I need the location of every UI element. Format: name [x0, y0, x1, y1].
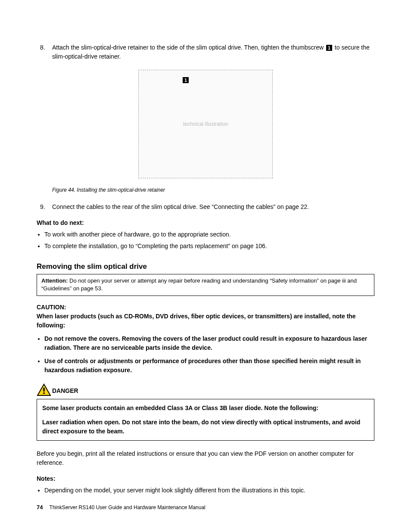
step-text: Connect the cables to the rear of the sl…: [52, 203, 309, 210]
notes-list: Depending on the model, your server migh…: [37, 486, 374, 495]
svg-rect-1: [43, 388, 44, 392]
danger-label: DANGER: [52, 386, 78, 396]
notes-heading: Notes:: [37, 474, 374, 483]
callout-1-inline: 1: [326, 45, 332, 51]
caution-block: CAUTION: When laser products (such as CD…: [37, 303, 374, 330]
step-number: 8.: [40, 43, 45, 52]
step-list-cont: 9. Connect the cables to the rear of the…: [37, 202, 374, 212]
step-number: 9.: [40, 202, 45, 212]
page-footer: 74 ThinkServer RS140 User Guide and Hard…: [37, 503, 206, 512]
step-list: 8. Attach the slim-optical-drive retaine…: [37, 43, 374, 61]
figure-callout-1: 1: [183, 77, 189, 83]
caution-label: CAUTION:: [37, 303, 374, 312]
warning-triangle-icon: [37, 383, 51, 396]
footer-title: ThinkServer RS140 User Guide and Hardwar…: [50, 504, 206, 510]
page-number: 74: [37, 504, 43, 510]
danger-heading: DANGER: [37, 383, 374, 396]
attention-label: Attention:: [41, 277, 68, 284]
notes-item: Depending on the model, your server migh…: [44, 486, 374, 495]
what-next-item: To complete the installation, go to “Com…: [44, 242, 374, 251]
caution-list: Do not remove the covers. Removing the c…: [37, 334, 374, 375]
before-begin-text: Before you begin, print all the related …: [37, 449, 374, 467]
document-page: 8. Attach the slim-optical-drive retaine…: [0, 0, 411, 532]
danger-p2: Laser radiation when open. Do not stare …: [42, 418, 369, 436]
section-title: Removing the slim optical drive: [37, 261, 374, 272]
what-next-list: To work with another piece of hardware, …: [37, 230, 374, 251]
caution-item: Do not remove the covers. Removing the c…: [44, 334, 374, 352]
step-9: 9. Connect the cables to the rear of the…: [37, 202, 374, 212]
attention-box: Attention: Do not open your server or at…: [37, 274, 374, 296]
figure-illustration: 1 technical illustration: [138, 70, 273, 178]
figure-44: 1 technical illustration: [37, 70, 374, 181]
danger-p1: Some laser products contain an embedded …: [42, 404, 369, 413]
step-8: 8. Attach the slim-optical-drive retaine…: [37, 43, 374, 61]
caution-intro: When laser products (such as CD-ROMs, DV…: [37, 312, 374, 330]
caution-item: Use of controls or adjustments or perfor…: [44, 357, 374, 375]
what-next-item: To work with another piece of hardware, …: [44, 230, 374, 239]
svg-rect-2: [43, 392, 44, 394]
figure-placeholder-label: technical illustration: [183, 120, 228, 128]
attention-text: Do not open your server or attempt any r…: [41, 277, 357, 292]
step-text-a: Attach the slim-optical-drive retainer t…: [52, 44, 325, 51]
what-next-heading: What to do next:: [37, 218, 374, 227]
figure-caption: Figure 44. Installing the slim-optical-d…: [52, 186, 374, 194]
danger-box: Some laser products contain an embedded …: [37, 399, 374, 441]
